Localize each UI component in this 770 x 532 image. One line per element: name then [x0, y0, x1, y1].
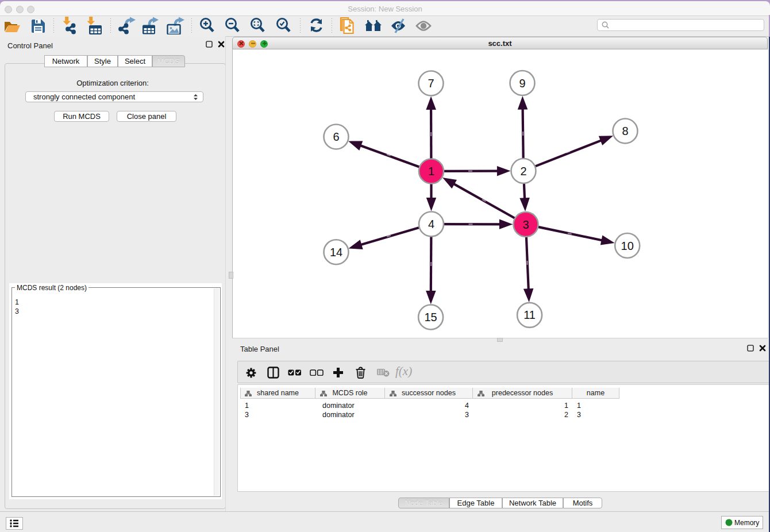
svg-text:14: 14: [330, 246, 342, 259]
svg-text:6: 6: [333, 130, 339, 143]
svg-text:3: 3: [522, 218, 529, 231]
svg-text:2: 2: [520, 165, 526, 178]
svg-text:10: 10: [621, 240, 634, 252]
svg-text:11: 11: [523, 309, 536, 321]
svg-text:1: 1: [428, 165, 434, 178]
svg-text:9: 9: [519, 77, 525, 90]
svg-text:15: 15: [424, 311, 437, 323]
svg-text:8: 8: [622, 125, 628, 137]
svg-text:4: 4: [428, 218, 434, 230]
svg-text:7: 7: [428, 77, 434, 90]
